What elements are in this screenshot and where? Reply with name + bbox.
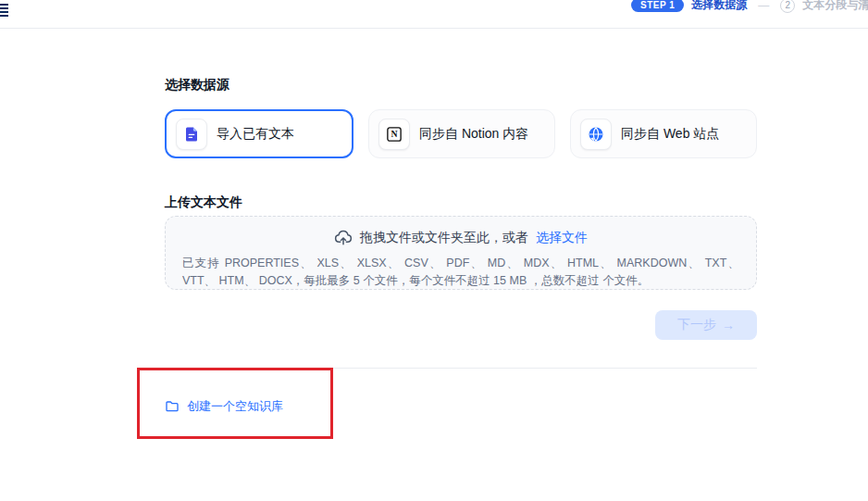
file-text-icon <box>176 119 207 150</box>
dropzone-main-line: 拖拽文件或文件夹至此，或者 选择文件 <box>182 229 739 247</box>
file-dropzone[interactable]: 拖拽文件或文件夹至此，或者 选择文件 已支持 PROPERTIES、 XLS、 … <box>165 216 757 290</box>
card-label: 同步自 Web 站点 <box>621 126 719 143</box>
card-import-text[interactable]: 导入已有文本 <box>165 109 353 158</box>
section-divider <box>165 368 757 369</box>
create-knowledge-main: 选择数据源 导入已有文本 N 同步自 Notion 内容 <box>165 29 757 415</box>
step-separator: — <box>758 0 769 12</box>
globe-icon <box>580 119 612 150</box>
folder-icon <box>165 399 180 414</box>
card-label: 导入已有文本 <box>217 126 294 143</box>
upload-heading: 上传文本文件 <box>165 194 757 210</box>
datasource-heading: 选择数据源 <box>165 76 757 93</box>
step2-label: 文本分段与清洗 <box>802 0 868 13</box>
cloud-upload-icon <box>334 229 353 247</box>
dropzone-hint: 已支持 PROPERTIES、 XLS、 XLSX、 CSV、 PDF、 MD、… <box>182 255 739 291</box>
card-label: 同步自 Notion 内容 <box>419 126 528 143</box>
step-indicator: STEP 1 选择数据源 — 2 文本分段与清洗 <box>631 0 868 13</box>
next-step-label: 下一步 <box>677 317 716 333</box>
dropzone-text: 拖拽文件或文件夹至此，或者 <box>360 230 528 246</box>
step1-label: 选择数据源 <box>691 0 747 13</box>
actions-row: 下一步 → <box>165 310 757 340</box>
step2-circle: 2 <box>780 0 795 13</box>
top-step-bar: STEP 1 选择数据源 — 2 文本分段与清洗 <box>0 0 868 29</box>
next-step-button[interactable]: 下一步 → <box>655 310 757 340</box>
create-empty-kb-label: 创建一个空知识库 <box>187 398 283 415</box>
svg-text:N: N <box>391 129 397 139</box>
notion-icon: N <box>378 119 410 150</box>
datasource-cards: 导入已有文本 N 同步自 Notion 内容 同步自 Web 站点 <box>165 109 757 158</box>
step1-badge: STEP 1 <box>631 0 684 12</box>
card-sync-web[interactable]: 同步自 Web 站点 <box>570 109 757 158</box>
create-empty-kb-link[interactable]: 创建一个空知识库 <box>165 398 283 415</box>
card-sync-notion[interactable]: N 同步自 Notion 内容 <box>368 109 555 158</box>
choose-file-link[interactable]: 选择文件 <box>536 230 588 246</box>
arrow-right-icon: → <box>722 318 735 332</box>
hamburger-fragment-icon <box>0 4 8 18</box>
